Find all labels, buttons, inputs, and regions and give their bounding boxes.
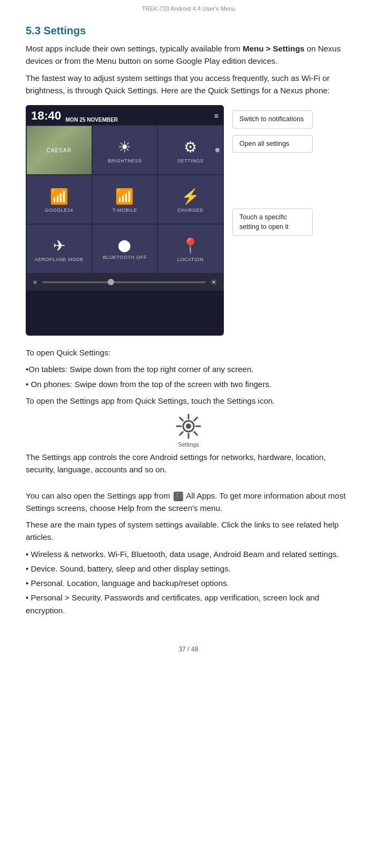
qs-grid: CAESAR ☀ BRIGHTNESS ⚙ SETTINGS 📶 — [26, 125, 224, 274]
main-content: 5.3 Settings Most apps include their own… — [0, 15, 377, 637]
body-para3: The Settings app controls the core Andro… — [26, 451, 351, 476]
quick-settings-illustration: 18:40 MON 25 NOVEMBER ≡ CAESAR ☀ — [26, 105, 351, 336]
settings-icon-label: Settings — [178, 441, 199, 448]
aeroplane-icon: ✈ — [53, 237, 65, 255]
qs-cell-google24[interactable]: 📶 GOOGLE24 — [27, 175, 92, 224]
bullet-list-1: •On tablets: Swipe down from the top rig… — [26, 363, 351, 390]
bullet-list-2: • Wireless & networks. Wi-Fi, Bluetooth,… — [26, 548, 351, 617]
callout-open-settings: Open all settings — [232, 135, 313, 153]
gear-icon — [175, 412, 202, 440]
body-para5: These are the main types of system setti… — [26, 518, 351, 544]
caesar-label: CAESAR — [47, 147, 72, 153]
body-para2: To open the Settings app from Quick Sett… — [26, 395, 351, 407]
status-icons: ≡ — [214, 112, 218, 120]
brightness-slider-track[interactable] — [42, 281, 206, 283]
bluetooth-icon: ⬤ — [118, 239, 131, 253]
status-bar: 18:40 MON 25 NOVEMBER ≡ — [26, 105, 224, 125]
slider-max-icon: ☀ — [210, 277, 217, 287]
callout-touch-setting: Touch a specific setting to open it — [232, 209, 313, 236]
page-number: 37 / 48 — [179, 646, 199, 653]
google24-label: GOOGLE24 — [45, 207, 73, 213]
status-date: MON 25 NOVEMBER — [65, 117, 118, 123]
signal-icon: 📶 — [115, 188, 134, 205]
svg-line-7 — [194, 418, 198, 421]
wifi-icon: 📶 — [50, 188, 69, 205]
settings-dot-indicator — [215, 148, 220, 152]
brightness-slider-thumb[interactable] — [108, 279, 114, 285]
settings-cell-label: SETTINGS — [177, 158, 203, 164]
qs-cell-settings[interactable]: ⚙ SETTINGS — [158, 126, 223, 174]
tmobile-label: T-MOBILE — [112, 207, 137, 213]
bullet-device: • Device. Sound, battery, sleep and othe… — [26, 562, 351, 575]
bullet-wireless: • Wireless & networks. Wi-Fi, Bluetooth,… — [26, 548, 351, 560]
svg-line-5 — [180, 418, 183, 421]
brightness-slider-row: ☀ ☀ — [26, 274, 224, 291]
callout-boxes: Switch to notifications Open all setting… — [232, 105, 313, 236]
bullet-tablets: •On tablets: Swipe down from the top rig… — [26, 363, 351, 375]
menu-icon: ≡ — [214, 112, 218, 120]
svg-point-9 — [186, 424, 191, 429]
caesar-image: CAESAR — [27, 126, 92, 174]
brightness-icon: ☀ — [118, 138, 131, 156]
qs-cell-location[interactable]: 📍 LOCATION — [158, 225, 223, 273]
bullet-security: • Personal > Security. Passwords and cer… — [26, 591, 351, 617]
qs-cell-charged[interactable]: ⚡ CHARGED — [158, 175, 223, 224]
qs-cell-brightness[interactable]: ☀ BRIGHTNESS — [93, 126, 157, 174]
svg-line-8 — [180, 432, 183, 435]
location-label: LOCATION — [177, 257, 203, 262]
svg-line-6 — [194, 432, 198, 435]
all-apps-icon — [174, 492, 183, 501]
qs-cell-aeroplane[interactable]: ✈ AEROPLANE MODE — [27, 225, 92, 273]
qs-cell-bluetooth[interactable]: ⬤ BLUETOOTH OFF — [93, 225, 157, 273]
qs-cell-tmobile[interactable]: 📶 T-MOBILE — [93, 175, 157, 224]
bluetooth-label: BLUETOOTH OFF — [103, 255, 147, 260]
battery-icon: ⚡ — [181, 188, 200, 205]
settings-cell-icon: ⚙ — [184, 138, 197, 156]
qs-cell-caesar[interactable]: CAESAR — [27, 126, 92, 174]
page-footer: 37 / 48 — [0, 637, 377, 658]
settings-icon-illustration: Settings — [26, 412, 351, 448]
bullet-personal: • Personal. Location, language and backu… — [26, 577, 351, 589]
intro-para-1: Most apps include their own settings, ty… — [26, 42, 351, 68]
brightness-label: BRIGHTNESS — [108, 158, 142, 164]
phone-screen-mockup: 18:40 MON 25 NOVEMBER ≡ CAESAR ☀ — [26, 105, 224, 336]
slider-min-icon: ☀ — [32, 279, 38, 286]
charged-label: CHARGED — [177, 207, 203, 213]
header-title: TREK-733 Android 4.4 User's Menu — [142, 5, 236, 12]
callout-switch-notifications: Switch to notifications — [232, 110, 313, 129]
section-title: 5.3 Settings — [26, 25, 351, 37]
status-time: 18:40 — [31, 109, 61, 123]
body-para1: To open Quick Settings: — [26, 346, 351, 359]
location-icon: 📍 — [181, 237, 200, 255]
aeroplane-label: AEROPLANE MODE — [35, 257, 84, 262]
bullet-phones: • On phones: Swipe down from the top of … — [26, 378, 351, 390]
page-header: TREK-733 Android 4.4 User's Menu — [0, 0, 377, 15]
body-para4: You can also open the Settings app from … — [26, 489, 351, 515]
intro-para-2: The fastest way to adjust system setting… — [26, 72, 351, 97]
